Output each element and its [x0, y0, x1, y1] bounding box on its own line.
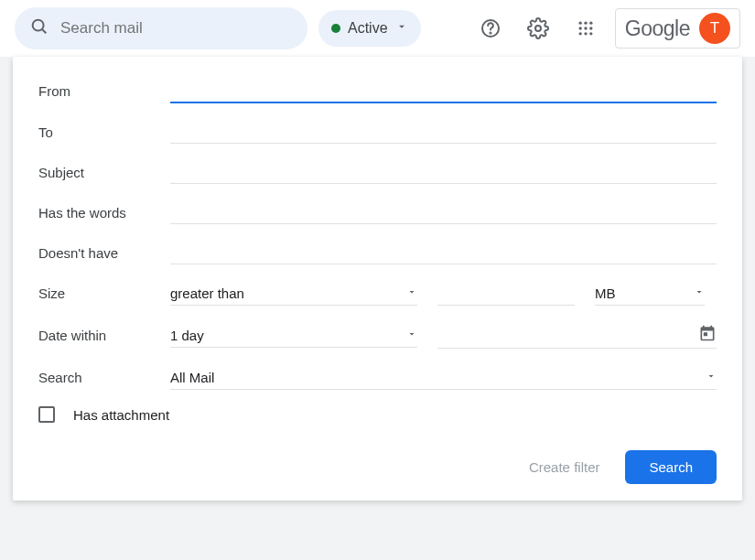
svg-point-12 [584, 32, 587, 35]
from-label: From [38, 83, 170, 99]
svg-line-1 [42, 29, 46, 33]
svg-point-9 [584, 27, 587, 29]
svg-point-6 [584, 22, 587, 25]
attachment-checkbox[interactable] [38, 406, 55, 423]
doesnthave-label: Doesn't have [38, 245, 170, 261]
svg-point-3 [490, 32, 491, 33]
chevron-down-icon [406, 327, 417, 343]
svg-point-11 [578, 32, 581, 35]
to-label: To [38, 124, 170, 140]
google-logo: Google [625, 16, 690, 41]
svg-point-4 [535, 26, 541, 31]
svg-point-8 [578, 27, 581, 29]
status-label: Active [348, 20, 388, 37]
subject-label: Subject [38, 165, 170, 180]
size-unit-select[interactable]: MB [595, 281, 705, 306]
svg-point-7 [589, 22, 592, 25]
size-operator-select[interactable]: greater than [170, 281, 417, 306]
chevron-down-icon [694, 285, 705, 301]
help-button[interactable] [472, 10, 509, 47]
subject-input[interactable] [170, 160, 717, 184]
avatar[interactable]: T [699, 13, 730, 44]
to-input[interactable] [170, 120, 717, 144]
search-box[interactable] [15, 7, 307, 49]
haswords-label: Has the words [38, 205, 170, 221]
search-icon [29, 16, 49, 40]
haswords-input[interactable] [170, 200, 717, 224]
svg-point-5 [578, 22, 581, 25]
chevron-down-icon [706, 369, 717, 385]
from-input[interactable] [170, 79, 717, 103]
apps-button[interactable] [567, 10, 604, 47]
calendar-icon[interactable] [698, 324, 717, 346]
chevron-down-icon [406, 285, 417, 301]
searchscope-label: Search [38, 370, 170, 385]
google-account-box[interactable]: Google T [615, 8, 740, 48]
date-input[interactable] [437, 328, 691, 343]
datewithin-label: Date within [38, 328, 170, 343]
chevron-down-icon [395, 20, 408, 37]
date-range-select[interactable]: 1 day [170, 323, 417, 348]
search-scope-select[interactable]: All Mail [170, 365, 717, 390]
attachment-label: Has attachment [73, 407, 169, 423]
create-filter-button[interactable]: Create filter [529, 459, 600, 475]
svg-point-13 [589, 32, 592, 35]
size-label: Size [38, 285, 170, 301]
status-dot-icon [331, 24, 340, 33]
date-input-wrap [437, 322, 717, 349]
search-input[interactable] [60, 19, 293, 38]
search-button[interactable]: Search [625, 450, 717, 484]
svg-point-0 [33, 20, 44, 31]
settings-button[interactable] [520, 10, 556, 47]
topbar: Active Google T [0, 0, 755, 57]
svg-point-10 [589, 27, 592, 29]
status-pill[interactable]: Active [318, 10, 421, 47]
doesnthave-input[interactable] [170, 241, 717, 264]
advanced-search-panel: From To Subject Has the words Doesn't ha… [13, 57, 742, 501]
size-value-input[interactable] [437, 282, 575, 306]
